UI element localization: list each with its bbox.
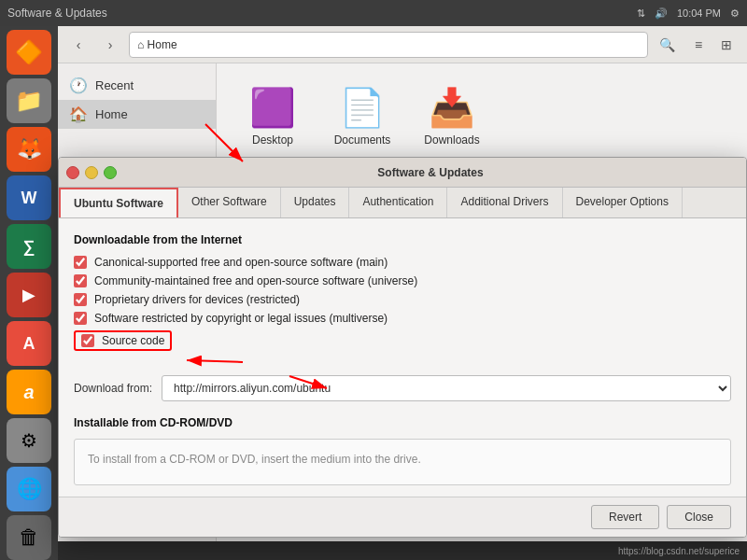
dialog-content: Downloadable from the Internet Canonical… [59, 218, 746, 497]
cdrom-hint-text: To install from a CD-ROM or DVD, insert … [88, 453, 421, 466]
cdrom-section: Installable from CD-ROM/DVD To install f… [74, 416, 731, 485]
sidebar-home-label: Home [95, 107, 128, 121]
dock-files-icon[interactable]: 📁 [7, 78, 51, 123]
checkbox-multiverse-label: Software restricted by copyright or lega… [94, 312, 388, 325]
dialog-tabs: Ubuntu Software Other Software Updates A… [59, 188, 746, 218]
dock-settings-icon[interactable]: ⚙ [7, 418, 51, 463]
recent-icon: 🕐 [69, 77, 88, 94]
top-bar-title: Software & Updates [7, 7, 107, 20]
dock-texteditor-icon[interactable]: A [7, 321, 51, 366]
dialog-titlebar: Software & Updates [59, 158, 746, 188]
top-bar-right: ⇅ 🔊 10:04 PM ⚙ [637, 7, 740, 20]
grid-view-button[interactable]: ⊞ [713, 32, 740, 58]
dialog-title: Software & Updates [122, 166, 739, 179]
search-button[interactable]: 🔍 [654, 32, 680, 58]
dock-amazon-icon[interactable]: a [7, 370, 51, 414]
sidebar-item-recent[interactable]: 🕐 Recent [58, 71, 216, 100]
tab-authentication[interactable]: Authentication [349, 188, 447, 217]
file-desktop[interactable]: 🟪 Desktop [235, 82, 310, 150]
documents-label: Documents [334, 133, 391, 147]
revert-button[interactable]: Revert [591, 505, 659, 529]
checkbox-main: Canonical-supported free and open-source… [74, 256, 731, 269]
dock: 🔶 📁 🦊 W ∑ ▶ A a ⚙ 🌐 🗑 [0, 26, 58, 560]
file-downloads[interactable]: 📥 Downloads [415, 82, 489, 150]
home-icon: ⌂ [137, 38, 144, 51]
checkbox-universe-input[interactable] [74, 274, 87, 287]
cdrom-section-title: Installable from CD-ROM/DVD [74, 416, 731, 429]
dock-writer-icon[interactable]: W [7, 175, 51, 220]
downloadable-section-title: Downloadable from the Internet [74, 233, 731, 246]
status-bar: https://blog.csdn.net/superice [58, 541, 747, 560]
checkbox-main-label: Canonical-supported free and open-source… [94, 256, 388, 269]
status-url: https://blog.csdn.net/superice [618, 546, 740, 556]
minimize-window-button[interactable] [85, 166, 98, 179]
checkbox-universe: Community-maintained free and open-sourc… [74, 274, 731, 287]
tab-ubuntu-software[interactable]: Ubuntu Software [59, 188, 178, 218]
address-bar: ⌂ ⌂ Home Home [129, 32, 648, 58]
checkbox-multiverse-input[interactable] [74, 312, 87, 325]
tab-developer-options[interactable]: Developer Options [563, 188, 683, 217]
maximize-window-button[interactable] [104, 166, 117, 179]
close-window-button[interactable] [66, 166, 79, 179]
download-from-label: Download from: [74, 382, 152, 395]
checkbox-restricted-input[interactable] [74, 293, 87, 306]
list-view-button[interactable]: ≡ [685, 32, 712, 58]
dock-ubuntu-icon[interactable]: 🔶 [7, 30, 51, 75]
settings-icon: ⚙ [730, 7, 740, 20]
view-buttons: ≡ ⊞ [685, 32, 740, 58]
close-button[interactable]: Close [667, 505, 731, 529]
back-button[interactable]: ‹ [65, 32, 92, 58]
cdrom-hint-box: To install from a CD-ROM or DVD, insert … [74, 439, 731, 485]
download-from-row: Download from: http://mirrors.aliyun.com… [74, 375, 731, 401]
tab-additional-drivers[interactable]: Additional Drivers [447, 188, 562, 217]
checkbox-restricted-label: Proprietary drivers for devices (restric… [94, 293, 300, 306]
top-bar: Software & Updates ⇅ 🔊 10:04 PM ⚙ [0, 0, 747, 26]
clock: 10:04 PM [677, 7, 721, 19]
dock-browser-icon[interactable]: 🌐 [7, 467, 51, 511]
sidebar-item-home[interactable]: 🏠 Home [58, 100, 216, 129]
dock-impress-icon[interactable]: ▶ [7, 273, 51, 317]
dock-firefox-icon[interactable]: 🦊 [7, 127, 51, 172]
forward-button[interactable]: › [97, 32, 123, 58]
dialog-footer: Revert Close [59, 497, 746, 537]
downloads-icon: 📥 [429, 86, 475, 130]
download-from-select[interactable]: http://mirrors.aliyun.com/ubuntu [162, 375, 731, 401]
desktop-icon: 🟪 [249, 86, 296, 130]
tab-updates[interactable]: Updates [281, 188, 350, 217]
network-icon: ⇅ [637, 7, 645, 20]
volume-icon: 🔊 [655, 7, 668, 20]
file-documents[interactable]: 📄 Documents [325, 82, 400, 150]
dock-calc-icon[interactable]: ∑ [7, 224, 51, 269]
top-bar-left: Software & Updates [7, 7, 107, 20]
checkbox-restricted: Proprietary drivers for devices (restric… [74, 293, 731, 306]
home-folder-icon: 🏠 [69, 105, 88, 123]
checkbox-universe-label: Community-maintained free and open-sourc… [94, 274, 417, 287]
checkbox-source: Source code [74, 330, 172, 351]
tab-other-software[interactable]: Other Software [178, 188, 281, 217]
documents-icon: 📄 [339, 86, 386, 130]
checkbox-main-input[interactable] [74, 256, 87, 269]
software-updates-dialog: Software & Updates Ubuntu Software Other… [58, 157, 747, 538]
checkbox-source-input[interactable] [81, 334, 94, 347]
fm-toolbar: ‹ › ⌂ ⌂ Home Home 🔍 ≡ ⊞ [58, 26, 747, 63]
sidebar-recent-label: Recent [95, 78, 134, 92]
desktop-label: Desktop [252, 133, 293, 147]
checkbox-source-label: Source code [102, 334, 164, 347]
downloads-label: Downloads [424, 133, 479, 147]
dock-trash-icon[interactable]: 🗑 [7, 515, 51, 560]
checkbox-multiverse: Software restricted by copyright or lega… [74, 312, 731, 325]
